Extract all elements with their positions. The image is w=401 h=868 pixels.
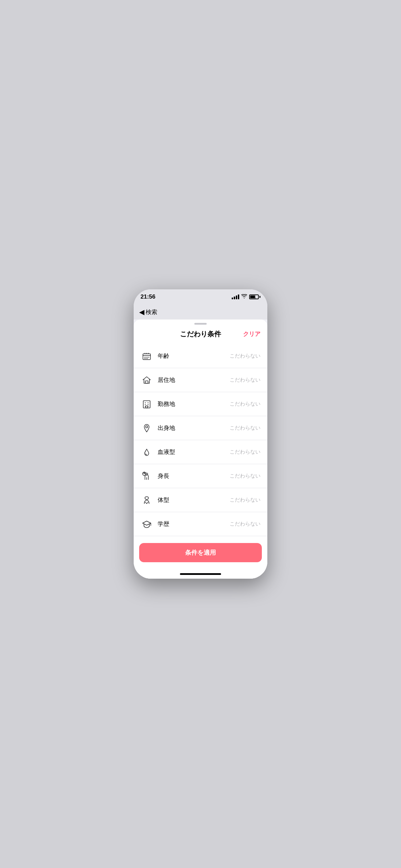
location-icon [141,422,153,434]
apply-button[interactable]: 条件を適用 [139,543,262,562]
filter-label-age: 年齢 [158,352,230,360]
svg-rect-1 [145,381,148,383]
svg-point-4 [146,426,148,428]
sheet-title: こだわり条件 [180,329,221,339]
filter-label-body: 体型 [158,496,230,504]
svg-rect-3 [146,406,148,408]
filter-item-residence[interactable]: 居住地 こだわらない [134,368,267,392]
svg-rect-2 [143,401,150,408]
back-arrow-icon: ◀ [139,308,144,316]
filter-item-blood[interactable]: 血液型 こだわらない [134,440,267,464]
svg-rect-0 [143,354,150,360]
filter-label-residence: 居住地 [158,376,230,384]
filter-item-age[interactable]: 年齢 こだわらない [134,344,267,368]
phone-frame: 21:56 41 [134,289,267,579]
main-sheet: こだわり条件 クリア 年齢 こだわらない [134,320,267,579]
home-indicator [134,569,267,579]
filter-value-body: こだわらない [230,497,260,503]
back-button[interactable]: ◀ 検索 [139,308,157,316]
filter-label-hometown: 出身地 [158,424,230,432]
filter-label-blood: 血液型 [158,448,230,456]
filter-value-residence: こだわらない [230,377,260,383]
battery-icon: 41 [249,294,260,299]
status-bar: 21:56 41 [134,289,267,304]
filter-item-hometown[interactable]: 出身地 こだわらない [134,416,267,440]
age-icon [141,350,153,362]
clear-button[interactable]: クリア [243,330,260,338]
height-icon [141,470,153,482]
status-time: 21:56 [141,293,155,300]
filter-item-workplace[interactable]: 勤務地 こだわらない [134,392,267,416]
education-icon [141,518,153,530]
filter-value-blood: こだわらない [230,449,260,455]
home-bar [180,573,221,575]
status-icons: 41 [232,294,260,300]
apply-button-container: 条件を適用 [134,539,267,569]
back-label: 検索 [146,308,157,316]
filter-value-age: こだわらない [230,353,260,359]
wifi-icon [241,294,247,300]
sheet-handle-container [134,320,267,327]
filter-item-body[interactable]: 体型 こだわらない [134,488,267,512]
filter-label-education: 学歴 [158,520,230,528]
filter-value-hometown: こだわらない [230,425,260,431]
filter-value-education: こだわらない [230,521,260,527]
filter-label-height: 身長 [158,472,230,480]
nav-bar: ◀ 検索 [134,304,267,320]
building-icon [141,398,153,410]
filter-value-height: こだわらない [230,473,260,479]
sheet-header: こだわり条件 クリア [134,327,267,344]
home-icon [141,374,153,386]
signal-bars-icon [232,294,239,299]
filter-item-height[interactable]: 身長 こだわらない [134,464,267,488]
filter-list: 年齢 こだわらない 居住地 こだわらない [134,344,267,539]
filter-item-education[interactable]: 学歴 こだわらない [134,512,267,536]
sheet-handle [194,323,207,325]
filter-label-workplace: 勤務地 [158,400,230,408]
filter-item-income[interactable]: 年収 こだわらない [134,536,267,539]
body-icon [141,494,153,506]
blood-icon [141,446,153,458]
filter-value-workplace: こだわらない [230,401,260,407]
